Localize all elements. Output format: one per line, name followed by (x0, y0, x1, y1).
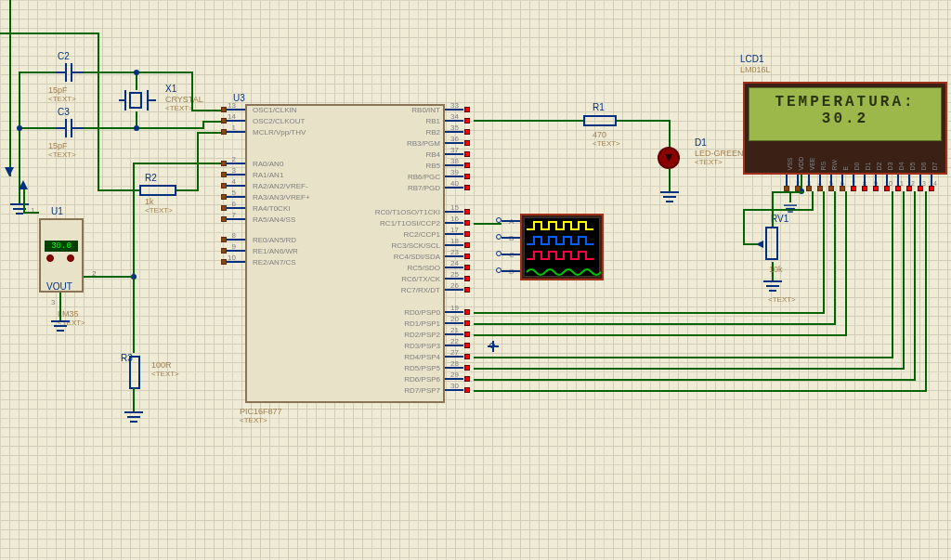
value-d1: LED-GREEN (695, 149, 744, 158)
pin-label: RB7/PGD (408, 184, 440, 192)
u1-pin3-num: 3 (51, 298, 55, 306)
wire (19, 72, 56, 73)
ground-icon (51, 320, 70, 335)
pin-label: RB1 (425, 117, 440, 125)
pin-stub (227, 174, 245, 176)
lcd-line1: TEMPERATURA: (749, 88, 941, 111)
pin-stub (445, 278, 463, 280)
pin-terminal[interactable] (464, 376, 470, 382)
pin-terminal[interactable] (464, 174, 470, 179)
value-c3: 15pF (48, 141, 68, 150)
pin-label: RD1/PSP1 (404, 319, 440, 328)
pin-stub (445, 333, 463, 335)
pin-stub (227, 250, 245, 252)
pin-terminal[interactable] (464, 343, 470, 348)
pin-terminal[interactable] (464, 242, 470, 248)
lcd-pin-label: D4 (898, 163, 905, 171)
pin-terminal[interactable] (464, 265, 470, 270)
u1-display: 30.0 (45, 241, 78, 252)
pin-stub (445, 267, 463, 268)
pin-label: RD0/PSP0 (404, 308, 440, 317)
lcd-pin-label: VSS (787, 157, 793, 170)
ground-icon (660, 191, 679, 206)
pin-label: RB6/PGC (408, 173, 440, 181)
pin-terminal[interactable] (464, 354, 470, 359)
terminal-hollow[interactable] (496, 234, 502, 240)
pin-label: RB2 (425, 128, 440, 137)
pin-terminal[interactable] (464, 276, 470, 281)
pin-terminal[interactable] (464, 220, 470, 226)
pin-terminal[interactable] (464, 118, 470, 124)
label-r1: R1 (593, 102, 605, 112)
wire (191, 72, 193, 111)
pin-terminal[interactable] (464, 387, 470, 393)
wire (474, 323, 836, 325)
pin-terminal[interactable] (464, 129, 470, 135)
text-r3: <TEXT> (151, 370, 179, 378)
pin-label: RC4/SDI/SDA (394, 253, 440, 261)
wire (812, 191, 814, 211)
pin-stub (227, 261, 245, 263)
pin-terminal[interactable] (464, 332, 470, 337)
pin-label: RD6/PSP6 (404, 375, 440, 384)
pin-terminal[interactable] (464, 365, 470, 371)
pin-terminal[interactable] (464, 309, 470, 315)
pin-terminal[interactable] (464, 209, 470, 215)
input-arrow-icon (5, 167, 14, 176)
pin-stub (445, 142, 463, 144)
pin-label: RD3/PSP3 (404, 342, 440, 350)
led-d1[interactable] (658, 147, 680, 169)
pin-terminal[interactable] (464, 287, 470, 293)
u1-indicator-icon (46, 254, 54, 262)
wire (191, 110, 223, 111)
pin-label: RC5/SDO (407, 264, 440, 272)
pin-stub (886, 175, 888, 186)
wire (743, 209, 745, 245)
pot-rv1[interactable] (765, 227, 778, 260)
pin-stub (445, 222, 463, 224)
pin-terminal[interactable] (464, 231, 470, 237)
pin-terminal[interactable] (464, 254, 470, 259)
pin-label: RC3/SCK/SCL (392, 241, 440, 250)
pin-label: RC1/T1OSI/CCP2 (380, 219, 440, 228)
pin-stub (908, 175, 910, 186)
wire (23, 212, 39, 214)
pin-label: RE1/AN6/WR (253, 247, 298, 255)
pin-terminal[interactable] (464, 151, 470, 157)
pin-stub (786, 175, 788, 186)
pin-stub (445, 356, 463, 358)
junction (17, 125, 22, 131)
capacitor-c2[interactable] (56, 63, 84, 82)
wire (133, 388, 135, 411)
terminal-hollow[interactable] (496, 251, 502, 256)
terminal-hollow[interactable] (496, 267, 502, 273)
wire (474, 368, 905, 370)
pin-terminal[interactable] (464, 163, 470, 168)
wire (133, 163, 135, 278)
pin-stub (502, 237, 520, 239)
pin-terminal[interactable] (464, 320, 470, 326)
pin-label: RE2/AN7/CS (253, 258, 296, 267)
junction (134, 125, 139, 131)
text-c2: <TEXT> (48, 95, 76, 103)
wire (133, 163, 223, 164)
lcd-pin-label: E (842, 166, 849, 171)
lcd-pin-label: D5 (909, 163, 916, 171)
pin-label: RD7/PSP7 (404, 386, 440, 395)
wire (137, 127, 204, 129)
pin-terminal[interactable] (464, 185, 470, 190)
lcd-pin-label: RW (831, 160, 838, 171)
pin-stub (227, 109, 245, 111)
capacitor-c3[interactable] (56, 119, 84, 137)
pin-label: RE0/AN5/RD (253, 236, 296, 244)
pin-terminal[interactable] (464, 140, 470, 146)
pin-stub (502, 270, 520, 272)
label-c3: C3 (58, 107, 70, 117)
vcc-arrow-icon (19, 180, 28, 189)
pin-terminal[interactable] (464, 107, 470, 112)
wire (743, 209, 814, 211)
pin-label: OSC2/CLKOUT (253, 117, 305, 125)
wire (669, 169, 671, 191)
lcd-pin-label: VEE (809, 157, 815, 170)
crystal-x1[interactable] (119, 90, 156, 112)
